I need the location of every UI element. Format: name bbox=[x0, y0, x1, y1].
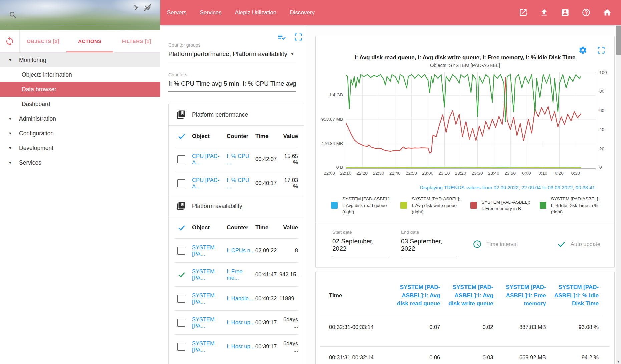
row-object-link[interactable]: CPU [PAD-A... bbox=[192, 153, 227, 166]
nav-item-discovery[interactable]: Discovery bbox=[290, 9, 315, 16]
counter-groups-field: Counter groups Platform performance, Pla… bbox=[168, 42, 296, 62]
select-all-check-icon[interactable] bbox=[177, 132, 186, 141]
row-checkbox[interactable] bbox=[177, 247, 185, 255]
values-table-card: Time SYSTEM [PAD-ASBEL]:I: Avg disk read… bbox=[315, 272, 615, 364]
row-checkbox[interactable] bbox=[177, 343, 185, 351]
settings-gear-icon[interactable] bbox=[578, 46, 587, 55]
row-checkbox[interactable] bbox=[177, 295, 185, 303]
caret-down-icon: ▼ bbox=[0, 146, 19, 150]
legend-label: SYSTEM [PAD-ASBEL]: I: Avg disk write qu… bbox=[412, 196, 461, 215]
fullscreen-icon[interactable] bbox=[294, 32, 303, 42]
row-object-link[interactable]: SYSTEM [PA... bbox=[192, 292, 227, 305]
col-value: Value bbox=[279, 224, 298, 231]
row-counter-link[interactable]: I: % CPU ... bbox=[227, 177, 255, 190]
row-value: 15.65 % bbox=[279, 153, 298, 166]
select-all-check-icon[interactable] bbox=[177, 223, 186, 232]
start-date-input[interactable]: 02 September, 2022 bbox=[332, 238, 388, 256]
table-row: SYSTEM [PA... I: CPUs n... 02.09.22 8 bbox=[169, 239, 304, 262]
row-time: 00:39:17 bbox=[255, 319, 279, 326]
menu-item-data-browser[interactable]: Data browser bbox=[0, 82, 160, 97]
col-read-queue: SYSTEM [PAD-ASBEL]:I: Avg disk read queu… bbox=[395, 283, 440, 308]
upload-icon[interactable] bbox=[540, 8, 549, 17]
search-icon[interactable] bbox=[9, 11, 17, 19]
tab-filters[interactable]: FILTERS [1] bbox=[113, 30, 160, 52]
row-object-link[interactable]: SYSTEM [PA... bbox=[192, 340, 227, 353]
dropdown-caret-icon: ▼ bbox=[290, 81, 294, 86]
table-header: Object Counter Time Value bbox=[169, 126, 304, 147]
apply-selection-icon[interactable] bbox=[277, 32, 286, 42]
y-right-tick: 20 bbox=[599, 146, 604, 151]
counters-card: Platform performance Object Counter Time… bbox=[168, 104, 304, 364]
menu-item-objects-information[interactable]: Objects information bbox=[0, 67, 160, 82]
account-box-icon[interactable] bbox=[561, 8, 570, 17]
row-object-link[interactable]: CPU [PAD-A... bbox=[192, 177, 227, 190]
cell-time: 00:32:31-00:33:14 bbox=[329, 324, 387, 330]
menu-item-services[interactable]: ▼ Services bbox=[0, 155, 160, 170]
tab-actions[interactable]: ACTIONS bbox=[66, 30, 113, 52]
row-object-link[interactable]: SYSTEM [PA... bbox=[192, 268, 227, 281]
x-axis-tick: 0:20 bbox=[555, 171, 564, 176]
end-date-label: End date bbox=[401, 230, 457, 235]
menu-item-dashboard[interactable]: Dashboard bbox=[0, 97, 160, 111]
nav-item-services[interactable]: Services bbox=[200, 9, 222, 16]
time-interval-button[interactable]: Time interval bbox=[473, 240, 518, 249]
row-time: 00:40:17 bbox=[255, 180, 279, 186]
auto-update-toggle[interactable]: Auto update bbox=[557, 240, 600, 249]
menu-item-monitoring[interactable]: ▼ Monitoring bbox=[0, 53, 160, 67]
chart-legend: SYSTEM [PAD-ASBEL]: I: Avg disk read que… bbox=[331, 196, 600, 215]
x-axis-tick: 0:30 bbox=[571, 171, 580, 176]
values-table-header: Time SYSTEM [PAD-ASBEL]:I: Avg disk read… bbox=[316, 272, 614, 308]
col-object: Object bbox=[192, 133, 227, 140]
menu-item-development[interactable]: ▼ Development bbox=[0, 141, 160, 155]
y-right-tick: 60 bbox=[599, 108, 604, 113]
row-checkbox[interactable] bbox=[177, 179, 185, 187]
row-checked-icon[interactable] bbox=[177, 270, 186, 279]
end-date-input[interactable]: 03 September, 2022 bbox=[401, 238, 457, 256]
x-axis-tick: 23:20 bbox=[455, 171, 467, 176]
row-counter-link[interactable]: I: Handle... bbox=[227, 295, 255, 302]
row-object-link[interactable]: SYSTEM [PA... bbox=[192, 244, 227, 257]
row-counter-link[interactable]: I: Free me... bbox=[227, 268, 255, 281]
menu-item-label: Configuration bbox=[19, 130, 54, 137]
legend-item: SYSTEM [PAD-ASBEL]: I: Avg disk read que… bbox=[331, 196, 392, 215]
menu-item-administration[interactable]: ▼ Administration bbox=[0, 111, 160, 126]
home-icon[interactable] bbox=[603, 8, 612, 17]
scrollbar-thumb[interactable] bbox=[616, 26, 621, 55]
row-checkbox[interactable] bbox=[177, 155, 185, 163]
chevron-right-icon[interactable] bbox=[131, 3, 140, 12]
chart-plot[interactable] bbox=[346, 72, 596, 169]
legend-item: SYSTEM [PAD-ASBEL]: I: % Idle Disk Time … bbox=[540, 196, 600, 215]
search-input[interactable] bbox=[6, 26, 152, 26]
legend-swatch bbox=[331, 202, 338, 209]
row-counter-link[interactable]: I: % CPU ... bbox=[227, 153, 255, 166]
data-browser-panel: Counter groups Platform performance, Pla… bbox=[160, 25, 306, 364]
menu-item-configuration[interactable]: ▼ Configuration bbox=[0, 126, 160, 141]
menu-item-label: Services bbox=[19, 159, 41, 166]
counter-groups-select[interactable]: Platform performance, Platform availabil… bbox=[168, 50, 296, 62]
nav-item-servers[interactable]: Servers bbox=[167, 9, 187, 16]
row-object-link[interactable]: SYSTEM [PA... bbox=[192, 316, 227, 329]
page-scrollbar[interactable]: ▼ bbox=[616, 25, 621, 364]
y-left-tick: 476.84 MB bbox=[321, 141, 343, 146]
col-time: Time bbox=[329, 292, 387, 300]
scrollbar-down-arrow[interactable]: ▼ bbox=[616, 360, 621, 363]
x-axis-tick: 22:40 bbox=[389, 171, 401, 176]
fullscreen-icon[interactable] bbox=[597, 46, 606, 55]
sidebar-tabbar: OBJECTS [2] ACTIONS FILTERS [1] bbox=[0, 30, 160, 53]
row-counter-link[interactable]: I: Host up... bbox=[227, 319, 255, 326]
row-counter-link[interactable]: I: CPUs n... bbox=[227, 247, 255, 254]
open-in-new-icon[interactable] bbox=[519, 8, 528, 17]
double-chevron-slash-icon[interactable] bbox=[143, 3, 152, 12]
table-row: CPU [PAD-A... I: % CPU ... 00:40:17 17.0… bbox=[169, 171, 304, 195]
row-counter-link[interactable]: I: Host up... bbox=[227, 343, 255, 350]
counters-select[interactable]: I: % CPU Time avg 5 min, I: % CPU Time a… bbox=[168, 80, 296, 92]
row-checkbox[interactable] bbox=[177, 319, 185, 327]
help-icon[interactable] bbox=[582, 8, 591, 17]
refresh-button[interactable] bbox=[0, 30, 20, 52]
nav-item-alepiz-utilization[interactable]: Alepiz Utilization bbox=[235, 9, 277, 16]
y-right-tick: 100 bbox=[599, 70, 607, 75]
row-value: 17.03 % bbox=[279, 177, 298, 190]
refresh-icon bbox=[5, 36, 15, 46]
row-value: 11889... bbox=[279, 295, 299, 302]
tab-objects[interactable]: OBJECTS [2] bbox=[20, 30, 66, 52]
